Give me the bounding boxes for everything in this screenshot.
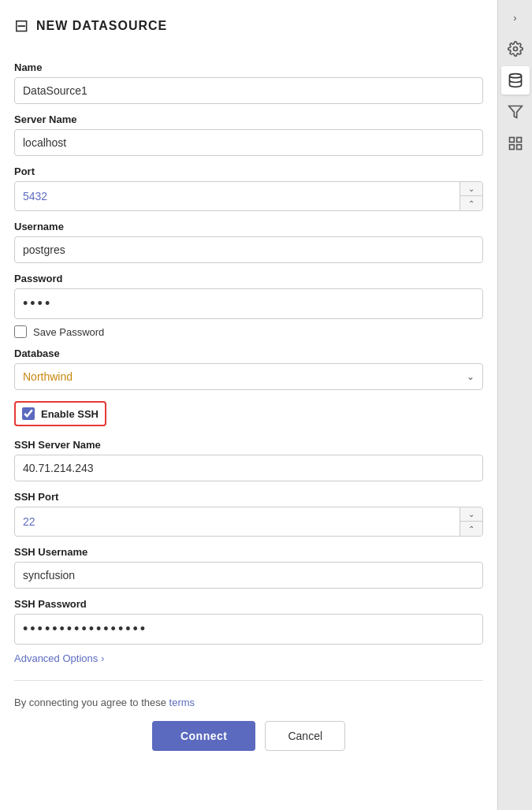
ssh-port-input[interactable] <box>15 509 459 534</box>
footer-text: By connecting you agree to these terms <box>14 697 483 708</box>
connect-button[interactable]: Connect <box>152 721 256 751</box>
sidebar-config-icon[interactable] <box>501 129 530 158</box>
port-up-button[interactable]: ⌃ <box>460 196 482 210</box>
svg-marker-2 <box>508 106 522 118</box>
server-name-label: Server Name <box>14 113 483 125</box>
database-chevron-icon: ⌄ <box>459 371 482 382</box>
advanced-options-label: Advanced Options <box>14 652 98 664</box>
username-label: Username <box>14 221 483 232</box>
svg-rect-4 <box>516 138 521 143</box>
sidebar-database-icon[interactable] <box>501 66 530 95</box>
advanced-options-chevron-icon: › <box>101 653 104 664</box>
svg-point-1 <box>509 74 521 78</box>
svg-rect-5 <box>516 145 521 150</box>
divider <box>14 680 483 681</box>
port-down-button[interactable]: ⌄ <box>460 182 482 196</box>
cancel-button[interactable]: Cancel <box>265 721 345 751</box>
username-input[interactable] <box>14 236 483 263</box>
port-input[interactable] <box>15 184 459 209</box>
terms-link[interactable]: terms <box>169 697 195 708</box>
database-select[interactable]: Northwind <box>15 364 459 389</box>
ssh-server-label: SSH Server Name <box>14 439 483 451</box>
ssh-port-up-button[interactable]: ⌃ <box>460 522 482 536</box>
ssh-port-spinners: ⌄ ⌃ <box>459 507 482 536</box>
save-password-checkbox[interactable] <box>14 325 27 338</box>
enable-ssh-row: Enable SSH <box>14 401 106 426</box>
name-input[interactable] <box>14 77 483 104</box>
svg-rect-6 <box>509 145 514 150</box>
ssh-username-input[interactable] <box>14 562 483 589</box>
sidebar-expand-button[interactable]: › <box>501 6 530 28</box>
datasource-icon: ⊟ <box>14 16 28 36</box>
footer-connecting-text: By connecting you agree to these <box>14 697 169 708</box>
password-label: Password <box>14 273 483 284</box>
port-label: Port <box>14 165 483 177</box>
page-title: NEW DATASOURCE <box>36 19 167 33</box>
sidebar-filter-icon[interactable] <box>501 98 530 126</box>
save-password-row: Save Password <box>14 325 483 338</box>
ssh-password-input[interactable] <box>14 614 483 645</box>
enable-ssh-checkbox[interactable] <box>22 407 35 420</box>
ssh-password-label: SSH Password <box>14 598 483 610</box>
database-select-wrapper: Northwind ⌄ <box>14 363 483 390</box>
name-label: Name <box>14 61 483 73</box>
ssh-port-wrapper: ⌄ ⌃ <box>14 507 483 537</box>
ssh-username-label: SSH Username <box>14 546 483 558</box>
save-password-label: Save Password <box>33 326 104 338</box>
port-spinners: ⌄ ⌃ <box>459 182 482 210</box>
password-input[interactable] <box>14 288 483 319</box>
sidebar-settings-icon[interactable] <box>501 35 530 63</box>
port-input-wrapper: ⌄ ⌃ <box>14 181 483 211</box>
svg-rect-3 <box>509 138 514 143</box>
database-label: Database <box>14 347 483 359</box>
advanced-options-row[interactable]: Advanced Options › <box>14 652 483 664</box>
ssh-port-down-button[interactable]: ⌄ <box>460 507 482 522</box>
footer-actions: Connect Cancel <box>14 721 483 751</box>
sidebar: › <box>497 0 532 810</box>
ssh-port-label: SSH Port <box>14 491 483 503</box>
page-header: ⊟ NEW DATASOURCE <box>14 16 483 36</box>
ssh-server-input[interactable] <box>14 455 483 481</box>
server-name-input[interactable] <box>14 129 483 156</box>
enable-ssh-label: Enable SSH <box>41 408 99 420</box>
svg-point-0 <box>513 47 517 51</box>
